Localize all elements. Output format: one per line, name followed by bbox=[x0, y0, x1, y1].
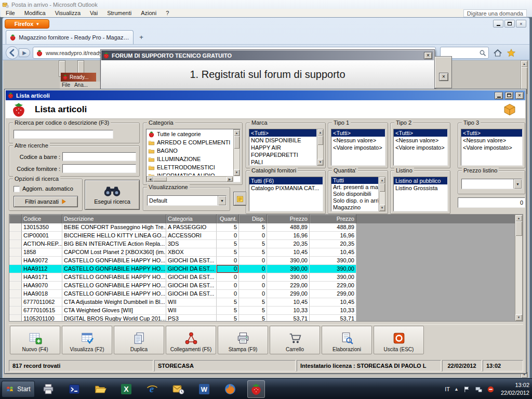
tipo1-listbox[interactable]: <Tutti><Nessun valore><Valore impostato> bbox=[331, 129, 385, 166]
column-header[interactable]: Quant. bbox=[217, 215, 239, 223]
scroll-up-icon[interactable]: ▲ bbox=[234, 130, 240, 136]
table-row[interactable]: ACTION-REP...BIG BEN INTERACTIVE Action … bbox=[9, 240, 356, 248]
minimize-button[interactable] bbox=[495, 92, 503, 99]
table-cell[interactable]: 5 bbox=[217, 307, 239, 315]
clock[interactable]: 13:02 22/02/2012 bbox=[501, 381, 529, 397]
table-vertical-scrollbar[interactable]: ▲ ▼ bbox=[515, 215, 523, 321]
row-selector[interactable] bbox=[9, 315, 22, 321]
table-cell[interactable]: CASTELLO GONFIABILE HAPPY HO... bbox=[62, 257, 166, 265]
row-selector[interactable] bbox=[9, 232, 22, 240]
table-cell[interactable]: 3DS bbox=[166, 240, 217, 248]
table-cell[interactable]: GIOCHI DA EST... bbox=[166, 290, 217, 298]
list-option[interactable]: <Valore impostato> bbox=[461, 144, 522, 151]
toolbar-button-process[interactable]: Elaborazioni bbox=[322, 326, 372, 354]
taskbar-app-word[interactable]: W bbox=[195, 380, 213, 398]
home-button[interactable] bbox=[492, 47, 503, 59]
table-cell[interactable]: 10,45 bbox=[310, 298, 356, 307]
table-cell[interactable]: 20,35 bbox=[267, 240, 310, 248]
outlook-menu-item[interactable]: Vai bbox=[85, 10, 102, 16]
column-header[interactable]: Prezzo bbox=[267, 215, 310, 223]
category-list[interactable]: Tutte le categorieARREDO E COMPLEMENTIBA… bbox=[147, 130, 233, 176]
taskbar-app-printer[interactable] bbox=[39, 380, 57, 398]
table-cell[interactable]: 0 bbox=[239, 273, 267, 282]
brand-listbox[interactable]: <Tutti>NON DISPONIBILEHAPPY AIRFOPPAPEDR… bbox=[249, 129, 317, 166]
toolbar-button-view-grid[interactable]: Visualizza (F2) bbox=[62, 326, 112, 354]
scrollbar-track[interactable] bbox=[234, 136, 240, 169]
column-header[interactable]: Disp. bbox=[239, 215, 267, 223]
list-price-select[interactable]: ▼ bbox=[461, 179, 522, 189]
toolbar-button-new-grid[interactable]: Nuovo (F4) bbox=[10, 326, 60, 354]
row-selector[interactable] bbox=[9, 257, 22, 265]
scrollbar-track[interactable] bbox=[379, 183, 385, 205]
toolbar-button-duplicate[interactable]: Duplica bbox=[114, 326, 164, 354]
network-icon[interactable] bbox=[475, 385, 483, 393]
table-cell[interactable]: GIOCHI DA EST... bbox=[166, 265, 217, 273]
quantity-listbox[interactable]: TuttiArt. presenti a maga...Solo disponi… bbox=[331, 177, 379, 211]
table-cell[interactable]: 5 bbox=[217, 223, 239, 232]
row-selector[interactable] bbox=[9, 282, 22, 290]
table-cell[interactable]: HAA9112 bbox=[22, 265, 62, 273]
table-cell[interactable]: CTA Adjustable Weight Dumbbell in Bl... bbox=[62, 298, 166, 307]
list-option[interactable]: FOPPAPEDRETTI bbox=[249, 151, 316, 158]
row-selector[interactable] bbox=[9, 248, 22, 257]
column-header[interactable]: Descrizione bbox=[62, 215, 166, 223]
toolbar-button-links[interactable]: Collegamenti (F5) bbox=[166, 326, 216, 354]
table-cell[interactable]: WII bbox=[166, 307, 217, 315]
scroll-left-icon[interactable]: ◀ bbox=[147, 177, 153, 181]
table-cell[interactable]: 10,45 bbox=[267, 298, 310, 307]
table-row[interactable]: 1858CAPCOM Lost Planet 2 [XBOX360] (im..… bbox=[9, 248, 356, 257]
scroll-down-icon[interactable]: ▼ bbox=[234, 169, 240, 176]
table-cell[interactable]: 1105201100 bbox=[22, 315, 62, 321]
list-option[interactable]: PALI bbox=[249, 158, 316, 166]
brand-scrollbar[interactable]: ▲ ▼ bbox=[317, 129, 324, 166]
table-cell[interactable]: 0 bbox=[239, 232, 267, 240]
outlook-menu-item[interactable]: Visualizza bbox=[50, 10, 85, 16]
outlook-menu-item[interactable]: Strumenti bbox=[102, 10, 136, 16]
table-cell[interactable]: 299,00 bbox=[310, 290, 356, 298]
taskbar-app-strawberry[interactable] bbox=[247, 380, 265, 398]
table-cell[interactable]: GIOCHI DA EST... bbox=[166, 257, 217, 265]
quantity-scrollbar[interactable]: ▲ ▼ bbox=[379, 177, 385, 211]
maximize-button[interactable] bbox=[505, 92, 513, 99]
taskbar-app-ie[interactable]: e bbox=[143, 380, 161, 398]
scrollbar-thumb[interactable] bbox=[234, 136, 240, 149]
scrollbar-track[interactable] bbox=[153, 177, 227, 181]
box-icon[interactable] bbox=[502, 102, 517, 117]
table-cell[interactable]: GIOCHI DA EST... bbox=[166, 273, 217, 282]
scroll-up-icon[interactable]: ▲ bbox=[515, 215, 522, 221]
table-cell[interactable]: 299,00 bbox=[267, 290, 310, 298]
chevron-down-icon[interactable]: ▼ bbox=[218, 196, 226, 205]
column-header[interactable] bbox=[9, 215, 22, 223]
manage-views-button[interactable] bbox=[233, 192, 247, 206]
notification-icon[interactable] bbox=[487, 385, 495, 393]
table-cell[interactable]: 10,33 bbox=[267, 307, 310, 315]
table-cell[interactable]: A PASSEGGIO bbox=[166, 223, 217, 232]
table-row[interactable]: HAA9018CASTELLO GONFIABILE HAPPY HO...GI… bbox=[9, 290, 356, 298]
start-button[interactable]: Start bbox=[2, 381, 35, 397]
table-cell[interactable]: 16,96 bbox=[267, 232, 310, 240]
list-option[interactable]: NON DISPONIBILE bbox=[249, 137, 316, 144]
close-button[interactable]: × bbox=[439, 73, 448, 81]
table-cell[interactable]: 0 bbox=[217, 290, 239, 298]
list-option[interactable]: <Tutti> bbox=[331, 129, 385, 137]
table-cell[interactable]: 5 bbox=[239, 223, 267, 232]
table-cell[interactable]: CTA Weighted Gloves [WII] bbox=[62, 307, 166, 315]
row-selector[interactable] bbox=[9, 265, 22, 273]
scrollbar-thumb[interactable] bbox=[317, 136, 323, 145]
category-item[interactable]: Tutte le categorie bbox=[147, 130, 233, 138]
chevron-down-icon[interactable]: ▼ bbox=[513, 179, 522, 189]
scroll-down-icon[interactable]: ▼ bbox=[379, 205, 385, 211]
column-header[interactable]: Prezzo bbox=[310, 215, 356, 223]
table-cell[interactable]: 6777010515 bbox=[22, 307, 62, 315]
table-cell[interactable]: WII bbox=[166, 298, 217, 307]
table-cell[interactable]: XBOX bbox=[166, 248, 217, 257]
toolbar-button-exit[interactable]: Uscita (ESC) bbox=[374, 326, 424, 354]
table-row[interactable]: 6777011062CTA Adjustable Weight Dumbbell… bbox=[9, 298, 356, 307]
list-option[interactable]: <Valore impostato> bbox=[394, 144, 447, 151]
list-option[interactable]: Solo disp. o in arrivo bbox=[331, 197, 378, 204]
table-cell[interactable]: DIGITAL BROS Rugby World Cup 201... bbox=[62, 315, 166, 321]
list-option[interactable]: Tutti (F6) bbox=[249, 177, 323, 184]
row-selector[interactable] bbox=[9, 223, 22, 232]
bookmark-button[interactable] bbox=[506, 47, 517, 59]
table-row[interactable]: CIP00001BICCHIERE HELLO KITTY LINEA GO..… bbox=[9, 232, 356, 240]
